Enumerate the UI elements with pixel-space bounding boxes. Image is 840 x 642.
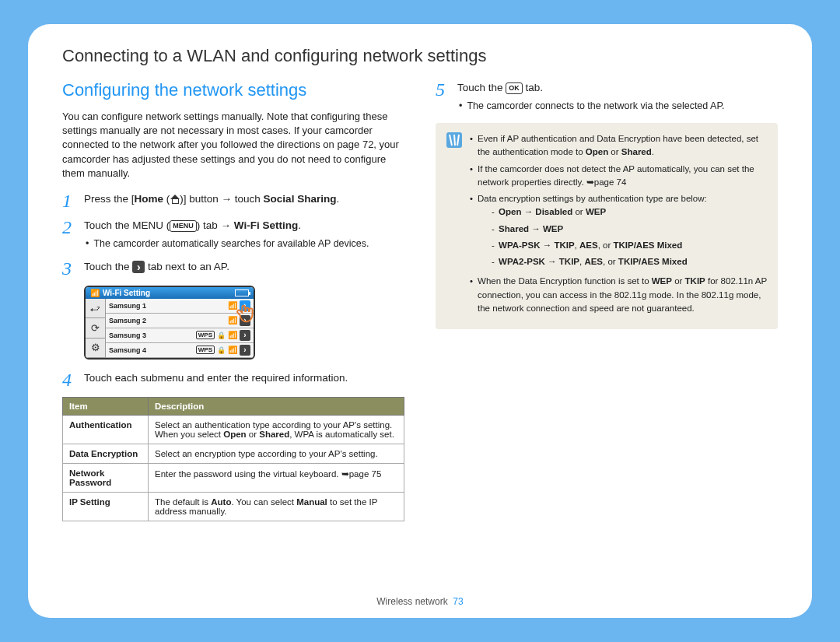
page-title: Connecting to a WLAN and configuring net… — [62, 46, 778, 66]
wifi-ap-row[interactable]: Samsung 4 WPS 🔒 › — [106, 343, 254, 358]
step-number: 5 — [436, 80, 457, 99]
wifi-ap-row[interactable]: Samsung 3 WPS 🔒 › — [106, 328, 254, 343]
step-number: 1 — [62, 191, 84, 210]
chevron-right-icon[interactable]: › — [240, 300, 250, 311]
chevron-right-icon[interactable]: › — [240, 315, 250, 326]
step-5-bullet: The camcorder connects to the network vi… — [457, 99, 778, 114]
ok-icon: OK — [506, 82, 523, 94]
step-1: 1 Press the [Home ()] button → touch Soc… — [62, 191, 404, 210]
lock-icon: 🔒 — [217, 346, 226, 354]
step-1-text: Press the [Home ()] button → touch Socia… — [84, 191, 404, 207]
signal-icon — [228, 346, 237, 354]
note-item: When the Data Encryption function is set… — [470, 275, 767, 315]
settings-table: Item Description Authentication Select a… — [62, 397, 404, 521]
back-icon[interactable]: ⮐ — [86, 299, 105, 318]
lock-icon: 🔒 — [217, 332, 226, 339]
table-row: IP Setting The default is Auto. You can … — [63, 492, 404, 521]
battery-icon — [235, 289, 249, 296]
wps-badge: WPS — [196, 331, 215, 339]
signal-icon — [228, 301, 237, 310]
note-item: Data encryption settings by authenticati… — [470, 192, 767, 272]
note-list: Even if AP authentication and Data Encry… — [470, 132, 767, 318]
wifi-ap-row[interactable]: Samsung 2 › — [106, 314, 254, 328]
refresh-icon[interactable]: ⟳ — [86, 318, 105, 338]
step-number: 2 — [62, 218, 84, 237]
note-icon — [446, 132, 462, 148]
chevron-right-icon[interactable]: › — [240, 330, 250, 341]
chevron-right-icon — [132, 261, 145, 273]
chevron-right-icon[interactable]: › — [240, 345, 250, 356]
step-number: 3 — [62, 259, 84, 278]
signal-icon — [228, 331, 237, 339]
step-4-text: Touch each submenu and enter the require… — [84, 370, 404, 386]
wifi-ap-row[interactable]: Samsung 1 › — [106, 299, 254, 314]
note-item: Even if AP authentication and Data Encry… — [470, 132, 767, 160]
step-2: 2 Touch the MENU (MENU) tab → Wi-Fi Sett… — [62, 218, 404, 251]
table-row: Authentication Select an authentication … — [63, 415, 404, 444]
left-column: Configuring the network settings You can… — [62, 80, 404, 521]
signal-icon — [228, 316, 237, 325]
table-row: Network Password Enter the password usin… — [63, 463, 404, 492]
note-sublist: Open → Disabled or WEP Shared → WEP WPA-… — [478, 205, 707, 268]
intro-paragraph: You can configure network settings manua… — [62, 110, 404, 181]
step-5: 5 Touch the OK tab. The camcorder connec… — [436, 80, 778, 114]
note-item: If the camcorder does not detect the AP … — [470, 163, 767, 190]
wifi-signal-icon: 📶 — [90, 289, 100, 297]
step-2-bullet: The camcorder automatically searches for… — [84, 237, 404, 251]
wifi-titlebar: 📶Wi-Fi Setting — [86, 287, 254, 299]
section-title: Configuring the network settings — [62, 80, 404, 100]
menu-icon: MENU — [170, 220, 197, 232]
step-5-text: Touch the OK tab. The camcorder connects… — [457, 80, 778, 114]
step-3: 3 Touch the tab next to an AP. — [62, 259, 404, 278]
step-4: 4 Touch each submenu and enter the requi… — [62, 370, 404, 389]
wps-badge: WPS — [196, 346, 215, 354]
wifi-ap-list: Samsung 1 › Samsung 2 › Samsung 3 WPS — [106, 299, 254, 358]
note-box: Even if AP authentication and Data Encry… — [436, 123, 778, 329]
wifi-setting-screenshot: 📶Wi-Fi Setting ⮐ ⟳ ⚙ Samsung 1 › — [84, 286, 255, 360]
step-number: 4 — [62, 370, 84, 389]
manual-page: Connecting to a WLAN and configuring net… — [28, 24, 812, 618]
home-icon — [170, 195, 180, 205]
two-column-layout: Configuring the network settings You can… — [62, 80, 778, 521]
step-3-text: Touch the tab next to an AP. — [84, 259, 404, 275]
step-2-text: Touch the MENU (MENU) tab → Wi-Fi Settin… — [84, 218, 404, 251]
table-header-desc: Description — [149, 397, 404, 415]
page-footer: Wireless network 73 — [28, 596, 812, 607]
table-header-item: Item — [63, 397, 149, 415]
wifi-side-buttons: ⮐ ⟳ ⚙ — [86, 299, 106, 358]
right-column: 5 Touch the OK tab. The camcorder connec… — [436, 80, 778, 521]
settings-icon[interactable]: ⚙ — [86, 339, 105, 358]
table-row: Data Encryption Select an encryption typ… — [63, 444, 404, 463]
